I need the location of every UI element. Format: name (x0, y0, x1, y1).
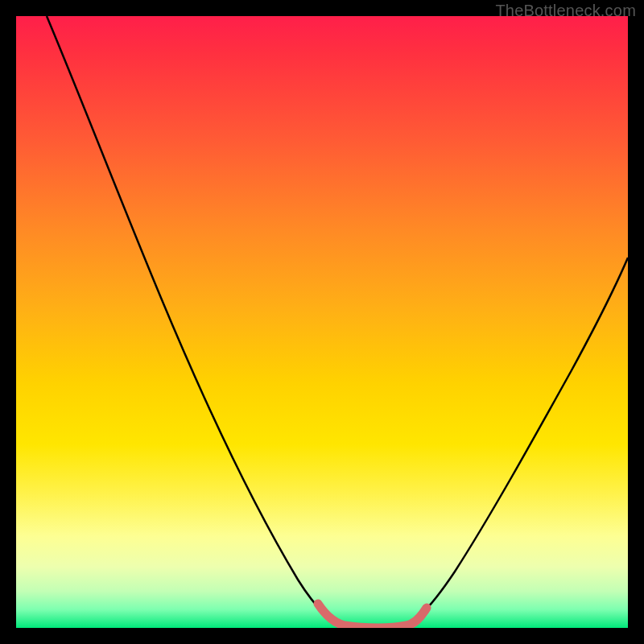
plot-area (16, 16, 628, 628)
left-curve-path (47, 16, 342, 626)
right-curve-path (402, 258, 628, 626)
chart-svg (16, 16, 628, 628)
bottom-highlight-path (318, 604, 427, 628)
chart-container: TheBottleneck.com (0, 0, 644, 644)
